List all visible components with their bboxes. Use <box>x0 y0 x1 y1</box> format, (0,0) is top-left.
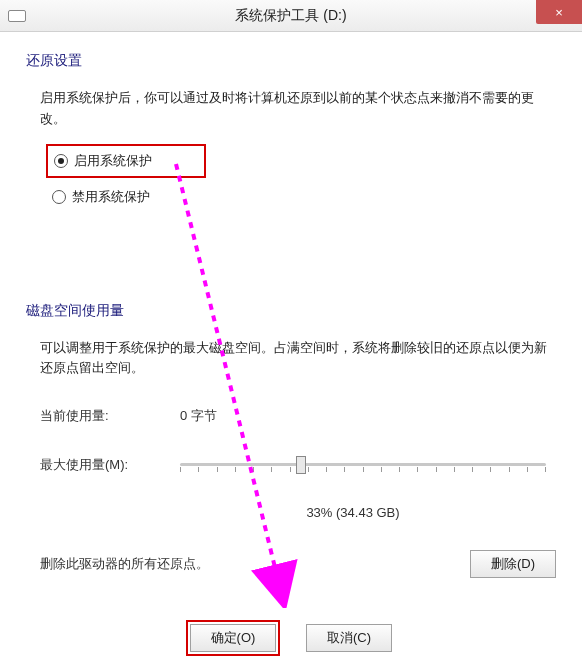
delete-button[interactable]: 删除(D) <box>470 550 556 578</box>
disk-usage-section: 磁盘空间使用量 可以调整用于系统保护的最大磁盘空间。占满空间时，系统将删除较旧的… <box>26 302 556 579</box>
max-usage-slider[interactable] <box>180 453 546 477</box>
cancel-button[interactable]: 取消(C) <box>306 624 392 652</box>
restore-description: 启用系统保护后，你可以通过及时将计算机还原到以前的某个状态点来撤消不需要的更改。 <box>40 88 550 130</box>
window-title: 系统保护工具 (D:) <box>235 7 346 25</box>
current-usage-value: 0 字节 <box>180 407 217 425</box>
slider-thumb[interactable] <box>296 456 306 474</box>
slider-track <box>180 463 546 466</box>
slider-value-text: 33% (34.43 GB) <box>40 505 546 520</box>
close-button[interactable]: × <box>536 0 582 24</box>
radio-disable-label: 禁用系统保护 <box>72 188 150 206</box>
radio-icon <box>52 190 66 204</box>
radio-disable-protection[interactable]: 禁用系统保护 <box>46 182 556 212</box>
ok-button[interactable]: 确定(O) <box>190 624 276 652</box>
disk-section-title: 磁盘空间使用量 <box>26 302 556 320</box>
dialog-footer: 确定(O) 取消(C) <box>26 624 556 660</box>
delete-row: 删除此驱动器的所有还原点。 删除(D) <box>40 550 556 578</box>
usage-rows: 当前使用量: 0 字节 最大使用量(M): 33% (34. <box>40 407 546 520</box>
radio-icon <box>54 154 68 168</box>
restore-section-title: 还原设置 <box>26 52 556 70</box>
titlebar: 系统保护工具 (D:) × <box>0 0 582 32</box>
max-usage-row: 最大使用量(M): <box>40 453 546 477</box>
restore-radio-group: 启用系统保护 禁用系统保护 <box>46 144 556 212</box>
disk-description: 可以调整用于系统保护的最大磁盘空间。占满空间时，系统将删除较旧的还原点以便为新还… <box>40 338 550 380</box>
delete-description: 删除此驱动器的所有还原点。 <box>40 555 209 573</box>
current-usage-row: 当前使用量: 0 字节 <box>40 407 546 425</box>
max-usage-label: 最大使用量(M): <box>40 456 180 474</box>
radio-enable-label: 启用系统保护 <box>74 152 152 170</box>
slider-ticks <box>180 467 546 473</box>
window-icon <box>8 10 26 22</box>
dialog-content: 还原设置 启用系统保护后，你可以通过及时将计算机还原到以前的某个状态点来撤消不需… <box>0 32 582 660</box>
radio-enable-protection[interactable]: 启用系统保护 <box>46 144 206 178</box>
current-usage-label: 当前使用量: <box>40 407 180 425</box>
close-icon: × <box>555 5 563 20</box>
restore-section: 还原设置 启用系统保护后，你可以通过及时将计算机还原到以前的某个状态点来撤消不需… <box>26 52 556 212</box>
